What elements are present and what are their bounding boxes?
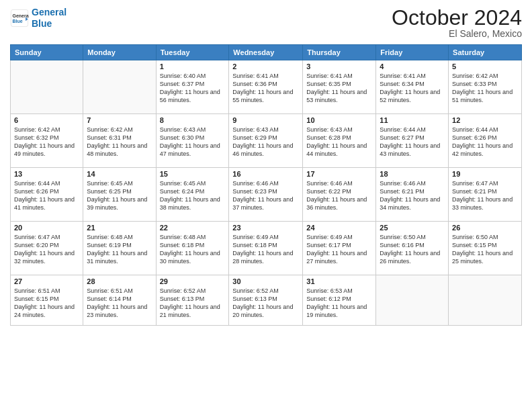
calendar-cell: 10Sunrise: 6:43 AM Sunset: 6:28 PM Dayli…	[303, 114, 376, 168]
week-row-2: 6Sunrise: 6:42 AM Sunset: 6:32 PM Daylig…	[11, 114, 522, 168]
calendar-cell: 17Sunrise: 6:46 AM Sunset: 6:22 PM Dayli…	[303, 168, 376, 222]
calendar-cell: 9Sunrise: 6:43 AM Sunset: 6:29 PM Daylig…	[229, 114, 303, 168]
day-number: 6	[14, 116, 79, 124]
days-header-row: SundayMondayTuesdayWednesdayThursdayFrid…	[11, 45, 522, 60]
page: General Blue GeneralBlue October 2024 El…	[0, 0, 532, 411]
calendar-cell: 21Sunrise: 6:48 AM Sunset: 6:19 PM Dayli…	[83, 222, 156, 275]
week-row-5: 27Sunrise: 6:51 AM Sunset: 6:15 PM Dayli…	[11, 275, 522, 326]
header: General Blue GeneralBlue October 2024 El…	[10, 7, 522, 39]
day-info: Sunrise: 6:51 AM Sunset: 6:15 PM Dayligh…	[14, 287, 79, 320]
day-number: 4	[380, 62, 445, 71]
day-number: 12	[452, 116, 518, 124]
day-number: 3	[306, 62, 372, 71]
day-number: 30	[232, 277, 299, 285]
logo: General Blue GeneralBlue	[10, 7, 66, 30]
day-info: Sunrise: 6:52 AM Sunset: 6:13 PM Dayligh…	[160, 287, 226, 320]
calendar-cell: 19Sunrise: 6:47 AM Sunset: 6:21 PM Dayli…	[449, 168, 522, 222]
calendar-cell: 30Sunrise: 6:52 AM Sunset: 6:13 PM Dayli…	[229, 275, 303, 326]
week-row-3: 13Sunrise: 6:44 AM Sunset: 6:26 PM Dayli…	[11, 168, 522, 222]
day-info: Sunrise: 6:47 AM Sunset: 6:20 PM Dayligh…	[14, 233, 79, 266]
day-info: Sunrise: 6:40 AM Sunset: 6:37 PM Dayligh…	[160, 72, 226, 105]
calendar-cell: 2Sunrise: 6:41 AM Sunset: 6:36 PM Daylig…	[229, 60, 303, 114]
day-number: 1	[160, 62, 226, 71]
calendar-table: SundayMondayTuesdayWednesdayThursdayFrid…	[10, 44, 522, 326]
day-header-saturday: Saturday	[449, 45, 522, 60]
calendar-cell: 31Sunrise: 6:53 AM Sunset: 6:12 PM Dayli…	[303, 275, 376, 326]
day-info: Sunrise: 6:41 AM Sunset: 6:36 PM Dayligh…	[232, 72, 299, 105]
day-header-sunday: Sunday	[11, 45, 83, 60]
day-number: 15	[160, 170, 226, 178]
logo-text: GeneralBlue	[32, 7, 66, 30]
day-info: Sunrise: 6:43 AM Sunset: 6:28 PM Dayligh…	[306, 126, 372, 158]
day-number: 19	[452, 170, 518, 178]
logo-icon: General Blue	[10, 9, 29, 28]
day-info: Sunrise: 6:46 AM Sunset: 6:22 PM Dayligh…	[306, 179, 372, 212]
day-number: 26	[452, 224, 518, 232]
calendar-cell: 1Sunrise: 6:40 AM Sunset: 6:37 PM Daylig…	[156, 60, 229, 114]
calendar-cell: 7Sunrise: 6:42 AM Sunset: 6:31 PM Daylig…	[83, 114, 156, 168]
day-number: 14	[87, 170, 152, 178]
calendar-cell: 25Sunrise: 6:50 AM Sunset: 6:16 PM Dayli…	[376, 222, 449, 275]
day-number: 18	[380, 170, 445, 178]
day-number: 7	[87, 116, 152, 124]
day-info: Sunrise: 6:45 AM Sunset: 6:25 PM Dayligh…	[87, 179, 152, 212]
day-info: Sunrise: 6:52 AM Sunset: 6:13 PM Dayligh…	[232, 287, 299, 320]
calendar-cell: 18Sunrise: 6:46 AM Sunset: 6:21 PM Dayli…	[376, 168, 449, 222]
day-info: Sunrise: 6:44 AM Sunset: 6:26 PM Dayligh…	[14, 179, 79, 212]
day-info: Sunrise: 6:41 AM Sunset: 6:35 PM Dayligh…	[306, 72, 372, 105]
day-info: Sunrise: 6:47 AM Sunset: 6:21 PM Dayligh…	[452, 179, 518, 212]
calendar-cell: 23Sunrise: 6:49 AM Sunset: 6:18 PM Dayli…	[229, 222, 303, 275]
day-info: Sunrise: 6:48 AM Sunset: 6:18 PM Dayligh…	[160, 233, 226, 266]
day-number: 22	[160, 224, 226, 232]
day-number: 25	[380, 224, 445, 232]
svg-text:Blue: Blue	[13, 19, 23, 24]
day-number: 23	[232, 224, 299, 232]
day-info: Sunrise: 6:42 AM Sunset: 6:33 PM Dayligh…	[452, 72, 518, 105]
day-info: Sunrise: 6:44 AM Sunset: 6:27 PM Dayligh…	[380, 126, 445, 158]
day-info: Sunrise: 6:45 AM Sunset: 6:24 PM Dayligh…	[160, 179, 226, 212]
calendar-cell	[376, 275, 449, 326]
day-number: 16	[232, 170, 299, 178]
week-row-1: 1Sunrise: 6:40 AM Sunset: 6:37 PM Daylig…	[11, 60, 522, 114]
day-info: Sunrise: 6:48 AM Sunset: 6:19 PM Dayligh…	[87, 233, 152, 266]
day-number: 31	[306, 277, 372, 285]
day-header-monday: Monday	[83, 45, 156, 60]
calendar-cell: 15Sunrise: 6:45 AM Sunset: 6:24 PM Dayli…	[156, 168, 229, 222]
day-number: 9	[232, 116, 299, 124]
day-number: 13	[14, 170, 79, 178]
day-info: Sunrise: 6:43 AM Sunset: 6:30 PM Dayligh…	[160, 126, 226, 158]
calendar-cell: 16Sunrise: 6:46 AM Sunset: 6:23 PM Dayli…	[229, 168, 303, 222]
day-number: 20	[14, 224, 79, 232]
day-header-wednesday: Wednesday	[229, 45, 303, 60]
day-info: Sunrise: 6:49 AM Sunset: 6:17 PM Dayligh…	[306, 233, 372, 266]
calendar-cell: 11Sunrise: 6:44 AM Sunset: 6:27 PM Dayli…	[376, 114, 449, 168]
day-info: Sunrise: 6:53 AM Sunset: 6:12 PM Dayligh…	[306, 287, 372, 320]
day-info: Sunrise: 6:46 AM Sunset: 6:21 PM Dayligh…	[380, 179, 445, 212]
day-info: Sunrise: 6:49 AM Sunset: 6:18 PM Dayligh…	[232, 233, 299, 266]
calendar-cell: 12Sunrise: 6:44 AM Sunset: 6:26 PM Dayli…	[449, 114, 522, 168]
calendar-cell: 29Sunrise: 6:52 AM Sunset: 6:13 PM Dayli…	[156, 275, 229, 326]
calendar-cell: 14Sunrise: 6:45 AM Sunset: 6:25 PM Dayli…	[83, 168, 156, 222]
day-number: 10	[306, 116, 372, 124]
calendar-cell: 8Sunrise: 6:43 AM Sunset: 6:30 PM Daylig…	[156, 114, 229, 168]
location: El Salero, Mexico	[392, 28, 522, 39]
calendar-cell: 28Sunrise: 6:51 AM Sunset: 6:14 PM Dayli…	[83, 275, 156, 326]
calendar-cell	[449, 275, 522, 326]
day-number: 17	[306, 170, 372, 178]
calendar-cell: 24Sunrise: 6:49 AM Sunset: 6:17 PM Dayli…	[303, 222, 376, 275]
calendar-cell: 20Sunrise: 6:47 AM Sunset: 6:20 PM Dayli…	[11, 222, 83, 275]
day-info: Sunrise: 6:42 AM Sunset: 6:32 PM Dayligh…	[14, 126, 79, 158]
calendar-cell: 4Sunrise: 6:41 AM Sunset: 6:34 PM Daylig…	[376, 60, 449, 114]
day-info: Sunrise: 6:50 AM Sunset: 6:15 PM Dayligh…	[452, 233, 518, 266]
day-number: 27	[14, 277, 79, 285]
calendar-cell	[11, 60, 83, 114]
calendar-cell: 13Sunrise: 6:44 AM Sunset: 6:26 PM Dayli…	[11, 168, 83, 222]
month-title: October 2024	[392, 7, 522, 28]
day-info: Sunrise: 6:46 AM Sunset: 6:23 PM Dayligh…	[232, 179, 299, 212]
calendar-cell: 22Sunrise: 6:48 AM Sunset: 6:18 PM Dayli…	[156, 222, 229, 275]
day-info: Sunrise: 6:50 AM Sunset: 6:16 PM Dayligh…	[380, 233, 445, 266]
day-number: 24	[306, 224, 372, 232]
day-number: 2	[232, 62, 299, 71]
day-header-thursday: Thursday	[303, 45, 376, 60]
day-info: Sunrise: 6:43 AM Sunset: 6:29 PM Dayligh…	[232, 126, 299, 158]
